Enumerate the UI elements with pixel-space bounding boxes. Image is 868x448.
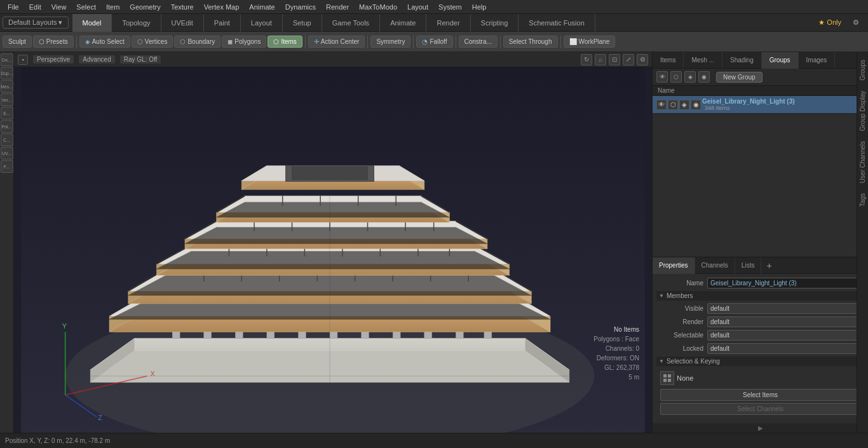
polygons-btn[interactable]: ◼ Polygons <box>222 36 266 48</box>
menu-animate[interactable]: Animate <box>244 2 280 12</box>
vert-tab-tags[interactable]: Tags <box>858 188 867 212</box>
viewport-icon-frame[interactable]: ⊡ <box>609 54 620 65</box>
scroll-arrow[interactable]: ▶ <box>653 423 868 433</box>
select-channels-button[interactable]: Select Channels <box>660 403 860 415</box>
viewport-icon-zoom[interactable]: ⌕ <box>595 54 606 65</box>
boundary-btn[interactable]: ⬡ Boundary <box>174 36 220 48</box>
menu-system[interactable]: System <box>433 2 467 12</box>
tab-model[interactable]: Model <box>72 14 112 32</box>
tab-uvedit[interactable]: UVEdit <box>161 14 204 32</box>
props-render-select[interactable]: default ▼ <box>707 316 864 327</box>
group-item-count: 348 Items <box>705 105 864 111</box>
viewport-toggle[interactable]: ▪ <box>18 55 28 65</box>
menu-dynamics[interactable]: Dynamics <box>280 2 321 12</box>
sidebar-icon-mesh[interactable]: Mes... <box>1 80 13 93</box>
group-eye-btn[interactable]: 👁 <box>656 71 668 83</box>
group-more-btn[interactable]: ◉ <box>698 71 710 83</box>
falloff-btn[interactable]: ◔ Falloff <box>416 36 452 48</box>
tab-game-tools[interactable]: Game Tools <box>322 14 381 32</box>
sidebar-icon-vert[interactable]: Ver... <box>1 93 13 106</box>
menu-maxtomodo[interactable]: MaxToModo <box>354 2 402 12</box>
props-tab-lists[interactable]: Lists <box>735 257 762 274</box>
select-through-btn[interactable]: Select Through <box>503 36 558 48</box>
rp-tab-items[interactable]: Items <box>653 52 684 69</box>
group-sel-eye[interactable]: ◈ <box>679 100 689 110</box>
tab-scripting[interactable]: Scripting <box>471 14 519 32</box>
menu-texture[interactable]: Texture <box>166 2 199 12</box>
group-item[interactable]: 👁 ⬡ ◈ ◉ Geisel_Library_Night_Light (3) 3… <box>653 96 868 114</box>
group-lock-eye[interactable]: ◉ <box>691 100 701 110</box>
tab-layout[interactable]: Layout <box>241 14 283 32</box>
group-new-button[interactable]: New Group <box>716 72 763 83</box>
menu-select[interactable]: Select <box>71 2 101 12</box>
select-items-button[interactable]: Select Items <box>660 389 860 401</box>
viewport-gl[interactable]: Ray GL: Off <box>120 55 161 64</box>
props-sel-keying-section[interactable]: ▼ Selection & Keying <box>656 356 864 366</box>
tab-schematic-fusion[interactable]: Schematic Fusion <box>519 14 595 32</box>
items-btn[interactable]: ⬡ Items <box>268 36 302 48</box>
sidebar-icon-dup[interactable]: Dup... <box>1 67 13 79</box>
rp-tab-groups[interactable]: Groups <box>762 52 799 69</box>
sidebar-icon-f[interactable]: F... <box>1 160 13 173</box>
viewport-icon-rotate[interactable]: ↻ <box>581 54 592 65</box>
auto-select-btn[interactable]: ◈ Auto Select <box>79 36 130 48</box>
rp-tab-shading[interactable]: Shading <box>722 52 762 69</box>
tab-settings[interactable]: ⚙ <box>846 17 865 28</box>
tab-topology[interactable]: Topology <box>112 14 161 32</box>
action-center-btn[interactable]: ✛ Action Center <box>308 36 365 48</box>
tab-paint[interactable]: Paint <box>204 14 241 32</box>
props-name-input[interactable] <box>707 278 864 288</box>
sel-grid-icon[interactable] <box>660 371 674 385</box>
svg-marker-43 <box>156 251 509 269</box>
sculpt-btn[interactable]: Sculpt <box>3 36 32 48</box>
group-item-name: Geisel_Library_Night_Light (3) 348 Items <box>702 98 864 111</box>
constraint-btn[interactable]: Constra... <box>459 36 498 48</box>
group-visibility-eye[interactable]: 👁 <box>656 100 667 110</box>
tab-star-only[interactable]: ★ Only <box>813 18 846 27</box>
viewport-mode[interactable]: Perspective <box>33 55 74 64</box>
props-visible-select[interactable]: default ▼ <box>707 303 864 314</box>
props-locked-select[interactable]: default ▼ <box>707 343 864 354</box>
menu-vertex-map[interactable]: Vertex Map <box>199 2 245 12</box>
viewport-icon-expand[interactable]: ⤢ <box>623 54 634 65</box>
vert-tab-user-channels[interactable]: User Channels <box>858 136 867 188</box>
vertices-btn[interactable]: ⬡ Vertices <box>132 36 173 48</box>
menu-help[interactable]: Help <box>467 2 492 12</box>
props-members-section[interactable]: ▼ Members <box>656 291 864 301</box>
menu-geometry[interactable]: Geometry <box>125 2 165 12</box>
tab-render[interactable]: Render <box>426 14 470 32</box>
menu-file[interactable]: File <box>3 2 24 12</box>
viewport-icon-settings[interactable]: ⚙ <box>637 54 648 65</box>
sidebar-icon-default[interactable]: De... <box>1 53 13 66</box>
viewport[interactable]: ▪ Perspective Advanced Ray GL: Off ↻ ⌕ ⊡… <box>14 52 652 433</box>
symmetry-btn[interactable]: Symmetry <box>370 36 410 48</box>
props-tab-properties[interactable]: Properties <box>653 257 695 274</box>
layout-selector[interactable]: Default Layouts ▾ <box>3 17 69 29</box>
vert-tab-groups[interactable]: Groups <box>858 55 867 86</box>
props-tab-add[interactable]: + <box>761 258 776 273</box>
menu-render[interactable]: Render <box>321 2 354 12</box>
menu-layout[interactable]: Layout <box>402 2 433 12</box>
sidebar-icon-edge[interactable]: E... <box>1 107 13 119</box>
props-tab-channels[interactable]: Channels <box>695 257 735 274</box>
group-list-header: Name <box>653 86 868 96</box>
tab-setup[interactable]: Setup <box>283 14 322 32</box>
presets-btn[interactable]: ⬡ Presets <box>33 36 74 48</box>
group-render-btn[interactable]: ⬡ <box>670 71 682 83</box>
group-lock-btn[interactable]: ◈ <box>684 71 696 83</box>
menu-view[interactable]: View <box>46 2 72 12</box>
rp-tab-images[interactable]: Images <box>799 52 836 69</box>
vert-tab-group-display[interactable]: Group Display <box>858 86 867 136</box>
tab-animate[interactable]: Animate <box>380 14 426 32</box>
menu-item[interactable]: Item <box>101 2 125 12</box>
sidebar-icon-cc[interactable]: C... <box>1 133 13 146</box>
props-locked-label: Locked <box>656 345 707 352</box>
group-render-eye[interactable]: ⬡ <box>668 100 678 110</box>
props-selectable-select[interactable]: default ▼ <box>707 330 864 341</box>
work-plane-btn[interactable]: ⬜ WorkPlane <box>564 36 616 48</box>
sidebar-icon-uv[interactable]: UV... <box>1 147 13 160</box>
menu-edit[interactable]: Edit <box>24 2 46 12</box>
sidebar-icon-poly[interactable]: Pol... <box>1 120 13 133</box>
rp-tab-mesh[interactable]: Mesh ... <box>684 52 722 69</box>
viewport-render[interactable]: Advanced <box>79 55 114 64</box>
